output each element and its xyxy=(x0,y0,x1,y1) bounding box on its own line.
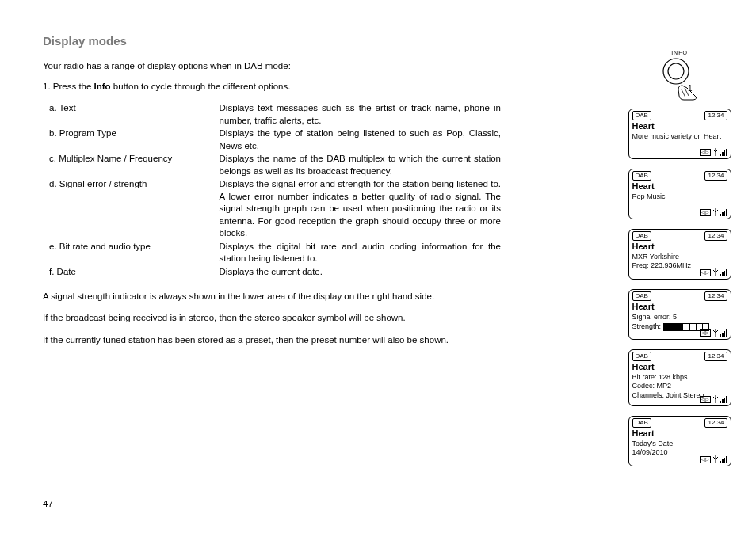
option-desc: Displays text messages such as the artis… xyxy=(220,102,501,128)
paragraph: If the broadcast being received is in st… xyxy=(43,312,494,325)
stereo-icon: ◁▷ xyxy=(700,456,711,463)
antenna-icon xyxy=(712,395,719,403)
option-desc: Displays the current date. xyxy=(220,266,501,280)
status-icons: ◁▷ xyxy=(700,268,727,276)
svg-point-1 xyxy=(668,63,684,79)
mode-badge: DAB xyxy=(632,291,651,301)
status-icons: ◁▷ xyxy=(700,395,727,403)
signal-icon xyxy=(720,456,727,463)
scrolling-text: More music variety on Heart xyxy=(632,132,727,140)
info-button-label: INFO xyxy=(671,49,688,56)
signal-icon xyxy=(720,149,727,156)
station-name: Heart xyxy=(632,428,727,439)
time-badge: 12:34 xyxy=(704,352,727,361)
antenna-icon xyxy=(712,148,719,156)
option-e: e. Bit rate and audio type Displays the … xyxy=(49,241,501,266)
multiplex-name: MXR Yorkshire xyxy=(632,253,727,261)
press-info-illustration: 1 xyxy=(652,58,708,104)
option-label: c. Multiplex Name / Frequency xyxy=(49,153,220,178)
station-name: Heart xyxy=(632,242,727,252)
option-desc: Displays the type of station being liste… xyxy=(220,128,501,153)
mode-badge: DAB xyxy=(632,352,651,361)
mode-badge: DAB xyxy=(632,418,651,428)
step-post: button to cycle through the different op… xyxy=(111,82,291,91)
signal-icon xyxy=(720,396,727,403)
stereo-icon: ◁▷ xyxy=(700,149,711,156)
option-desc: Displays the signal error and strength f… xyxy=(220,178,501,241)
info-button-ref: Info xyxy=(94,82,111,91)
date-label: Today's Date: xyxy=(632,440,727,447)
station-name: Heart xyxy=(632,362,727,372)
page-title: Display modes xyxy=(43,33,740,49)
signal-icon xyxy=(720,209,727,216)
stereo-icon: ◁▷ xyxy=(700,329,711,337)
step-pre: 1. Press the xyxy=(43,82,94,91)
callout-number: 1 xyxy=(688,84,693,93)
mode-badge: DAB xyxy=(632,231,651,241)
option-c: c. Multiplex Name / Frequency Displays t… xyxy=(49,153,501,178)
status-icons: ◁▷ xyxy=(700,148,727,156)
display-example-date: DAB 12:34 Heart Today's Date: 14/09/2010… xyxy=(628,416,731,466)
antenna-icon xyxy=(712,455,719,463)
option-desc: Displays the digital bit rate and audio … xyxy=(220,241,501,266)
signal-icon xyxy=(720,329,727,337)
antenna-icon xyxy=(712,329,719,337)
option-a: a. Text Displays text messages such as t… xyxy=(49,102,501,128)
status-icons: ◁▷ xyxy=(700,329,727,337)
option-label: d. Signal error / strength xyxy=(49,178,220,241)
bit-rate: Bit rate: 128 kbps xyxy=(632,373,727,381)
display-example-program-type: DAB 12:34 Heart Pop Music ◁▷ xyxy=(628,169,731,219)
strength-label: Strength: xyxy=(632,322,662,330)
status-icons: ◁▷ xyxy=(700,208,727,216)
option-label: f. Date xyxy=(49,266,220,280)
manual-page: Display modes Your radio has a range of … xyxy=(0,0,756,533)
time-badge: 12:34 xyxy=(704,291,727,301)
mode-badge: DAB xyxy=(632,171,651,181)
program-type: Pop Music xyxy=(632,192,727,200)
option-f: f. Date Displays the current date. xyxy=(49,266,501,280)
paragraph: A signal strength indicator is always sh… xyxy=(43,291,494,303)
time-badge: 12:34 xyxy=(704,231,727,241)
option-b: b. Program Type Displays the type of sta… xyxy=(49,128,501,153)
status-icons: ◁▷ xyxy=(700,455,727,463)
station-name: Heart xyxy=(632,302,727,312)
stereo-icon: ◁▷ xyxy=(700,396,711,403)
signal-error: Signal error: 5 xyxy=(632,313,727,321)
option-d: d. Signal error / strength Displays the … xyxy=(49,178,501,241)
options-table: a. Text Displays text messages such as t… xyxy=(49,102,501,279)
antenna-icon xyxy=(712,208,719,216)
option-label: a. Text xyxy=(49,102,220,128)
stereo-icon: ◁▷ xyxy=(700,269,711,276)
time-badge: 12:34 xyxy=(704,171,727,181)
display-example-bitrate: DAB 12:34 Heart Bit rate: 128 kbps Codec… xyxy=(628,349,731,406)
step-1: 1. Press the Info button to cycle throug… xyxy=(43,81,494,93)
option-label: e. Bit rate and audio type xyxy=(49,241,220,266)
stereo-icon: ◁▷ xyxy=(700,209,711,216)
mode-badge: DAB xyxy=(632,111,651,120)
right-column: INFO 1 DAB 12:34 Heart More music variet… xyxy=(622,49,737,476)
intro-text: Your radio has a range of display option… xyxy=(43,60,494,73)
codec: Codec: MP2 xyxy=(632,382,727,390)
station-name: Heart xyxy=(632,181,727,192)
page-number: 47 xyxy=(43,498,53,511)
display-example-multiplex: DAB 12:34 Heart MXR Yorkshire Freq: 223.… xyxy=(628,229,731,280)
paragraph: If the currently tuned station has been … xyxy=(43,334,494,347)
station-name: Heart xyxy=(632,121,727,131)
display-example-text: DAB 12:34 Heart More music variety on He… xyxy=(628,109,731,159)
svg-point-0 xyxy=(663,59,689,84)
option-desc: Displays the name of the DAB multiplex t… xyxy=(220,153,501,178)
antenna-icon xyxy=(712,268,719,276)
option-label: b. Program Type xyxy=(49,128,220,153)
display-example-signal: DAB 12:34 Heart Signal error: 5 Strength… xyxy=(628,289,731,340)
time-badge: 12:34 xyxy=(704,111,727,120)
signal-icon xyxy=(720,269,727,276)
time-badge: 12:34 xyxy=(704,418,727,428)
